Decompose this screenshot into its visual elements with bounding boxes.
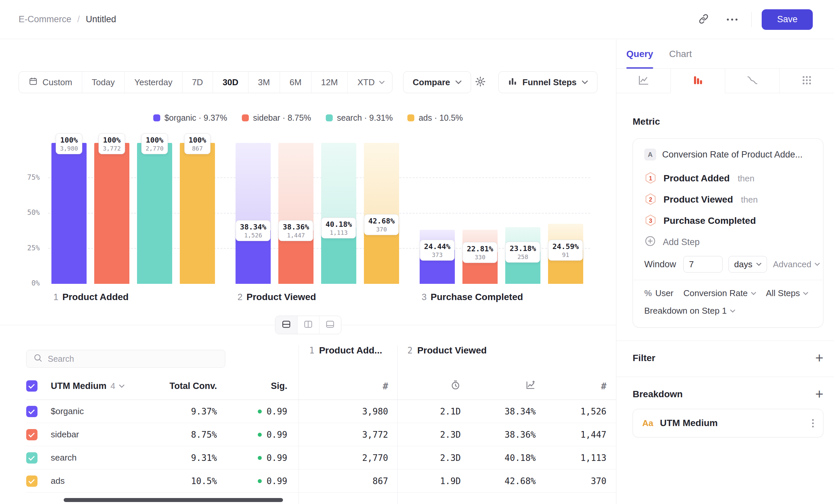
bar-converted [180, 143, 215, 284]
total-conv-value: 9.31% [191, 453, 217, 463]
step2-count: 1,447 [580, 430, 607, 440]
step-number-badge: 1 [644, 171, 657, 185]
range-7d[interactable]: 7D [182, 72, 213, 93]
more-menu-button[interactable] [723, 10, 742, 29]
share-link-button[interactable] [694, 10, 713, 29]
chart-type-line[interactable] [616, 69, 671, 93]
funnel-step-row-1[interactable]: 1 Product Added then [644, 168, 812, 189]
table-row-name[interactable]: $organic [44, 400, 146, 423]
range-custom[interactable]: Custom [19, 72, 82, 93]
chevron-down-icon [751, 292, 756, 295]
range-12m[interactable]: 12M [311, 72, 348, 93]
advanced-toggle[interactable]: Advanced [773, 259, 820, 270]
sig-dot [258, 433, 262, 437]
save-button[interactable]: Save [762, 9, 813, 30]
add-breakdown-button[interactable]: + [815, 388, 824, 400]
chart-type-more[interactable] [780, 69, 834, 93]
range-3m[interactable]: 3M [248, 72, 280, 93]
legend-item[interactable]: sidebar · 8.75% [242, 113, 311, 123]
select-all-checkbox[interactable] [26, 380, 38, 392]
row-checkbox[interactable] [26, 406, 38, 417]
range-yesterday[interactable]: Yesterday [125, 72, 182, 93]
step1-count-header[interactable]: # [299, 372, 397, 400]
step2-rate-header[interactable] [468, 372, 543, 400]
chart-settings-button[interactable] [471, 73, 490, 92]
bar-value-label: 100% 3,772 [98, 133, 125, 154]
legend-swatch [326, 114, 333, 121]
funnel-step-row-2[interactable]: 2 Product Viewed then [644, 189, 812, 210]
table-row-name[interactable]: ads [44, 469, 146, 493]
total-conv-value: 8.75% [191, 430, 217, 440]
search-input[interactable] [48, 354, 218, 364]
table-search[interactable] [26, 350, 225, 368]
funnel-step-row-3[interactable]: 3 Purchase Completed [644, 210, 812, 231]
funnel-bar[interactable]: 100% 867 [180, 143, 215, 284]
legend-item[interactable]: ads · 10.5% [408, 113, 463, 123]
breakdown-on-step-select[interactable]: Breakdown on Step 1 [644, 306, 812, 316]
breadcrumb-current[interactable]: Untitled [86, 14, 116, 25]
step-label: 3 Purchase Completed [422, 292, 523, 302]
layout-toggle-bottom[interactable] [319, 316, 341, 334]
window-value-input[interactable] [683, 256, 723, 273]
metric-title[interactable]: Conversion Rate of Product Adde... [662, 150, 803, 160]
bar-remainder [236, 143, 271, 230]
breakdown-column-header[interactable]: UTM Medium 4 [44, 372, 146, 400]
legend-item[interactable]: search · 9.31% [326, 113, 393, 123]
compare-button[interactable]: Compare [403, 71, 471, 93]
step2-time-header[interactable] [397, 372, 468, 400]
funnel-bar[interactable]: 38.34% 1,526 [236, 143, 271, 284]
stopwatch-icon [450, 380, 461, 393]
funnel-bar[interactable]: 100% 3,980 [51, 143, 87, 284]
kebab-menu-icon[interactable] [812, 419, 814, 428]
funnel-bar[interactable]: 100% 3,772 [94, 143, 129, 284]
funnel-bar[interactable]: 24.44% 373 [420, 143, 455, 284]
table-row-name[interactable]: sidebar [44, 423, 146, 446]
row-checkbox[interactable] [26, 452, 38, 463]
step2-count-header[interactable]: # [543, 372, 616, 400]
measure-scope-select[interactable]: All Steps [766, 288, 809, 298]
funnel-bar[interactable]: 42.68% 370 [364, 143, 399, 284]
funnel-bar[interactable]: 23.18% 258 [505, 143, 541, 284]
range-6m[interactable]: 6M [280, 72, 311, 93]
window-unit-select[interactable]: days [728, 256, 767, 273]
chevron-down-icon [379, 81, 385, 84]
total-conv-header[interactable]: Total Conv. [146, 372, 217, 400]
range-30d[interactable]: 30D [213, 72, 248, 93]
measure-metric-select[interactable]: Conversion Rate [683, 288, 756, 298]
breadcrumb-parent[interactable]: E-Commerce [19, 14, 71, 25]
chevron-down-icon [756, 262, 761, 266]
range-today[interactable]: Today [82, 72, 125, 93]
legend-item[interactable]: $organic · 9.37% [153, 113, 227, 123]
svg-text:3: 3 [649, 217, 652, 224]
bar-converted [94, 143, 129, 284]
svg-text:1: 1 [649, 175, 652, 182]
row-checkbox[interactable] [26, 429, 38, 440]
funnel-bar[interactable]: 40.18% 1,113 [321, 143, 356, 284]
table-row-name[interactable]: search [44, 446, 146, 469]
breakdown-item[interactable]: Aa UTM Medium [633, 409, 824, 437]
chart-type-retention[interactable] [725, 69, 780, 93]
sig-header[interactable]: Sig. [217, 372, 299, 400]
bar-value-label: 38.36% 1,447 [278, 220, 313, 241]
horizontal-scrollbar[interactable] [64, 498, 283, 502]
tab-query[interactable]: Query [626, 40, 653, 68]
chart-type-funnel[interactable] [671, 69, 725, 93]
funnel-bar[interactable]: 38.36% 1,447 [278, 143, 313, 284]
bar-value-label: 22.81% 330 [462, 242, 497, 263]
layout-toggle-rows[interactable] [275, 316, 297, 334]
funnel-steps-view-select[interactable]: Funnel Steps [498, 71, 597, 93]
add-filter-button[interactable]: + [815, 352, 824, 364]
tab-chart[interactable]: Chart [669, 40, 692, 68]
funnel-bars-icon [692, 74, 704, 88]
funnel-bar[interactable]: 22.81% 330 [462, 143, 498, 284]
line-chart-icon [638, 74, 650, 88]
add-step-button[interactable]: Add Step [644, 231, 812, 253]
column-separator [299, 345, 299, 504]
date-range-segmented-control: Custom Today Yesterday 7D 30D 3M 6M 12M … [19, 71, 392, 93]
funnel-bar[interactable]: 100% 2,770 [137, 143, 172, 284]
funnel-bar[interactable]: 24.59% 91 [548, 143, 583, 284]
measure-entity[interactable]: User [655, 288, 674, 298]
range-xtd[interactable]: XTD [347, 72, 392, 93]
row-checkbox[interactable] [26, 476, 38, 487]
layout-toggle-columns[interactable] [297, 316, 319, 334]
